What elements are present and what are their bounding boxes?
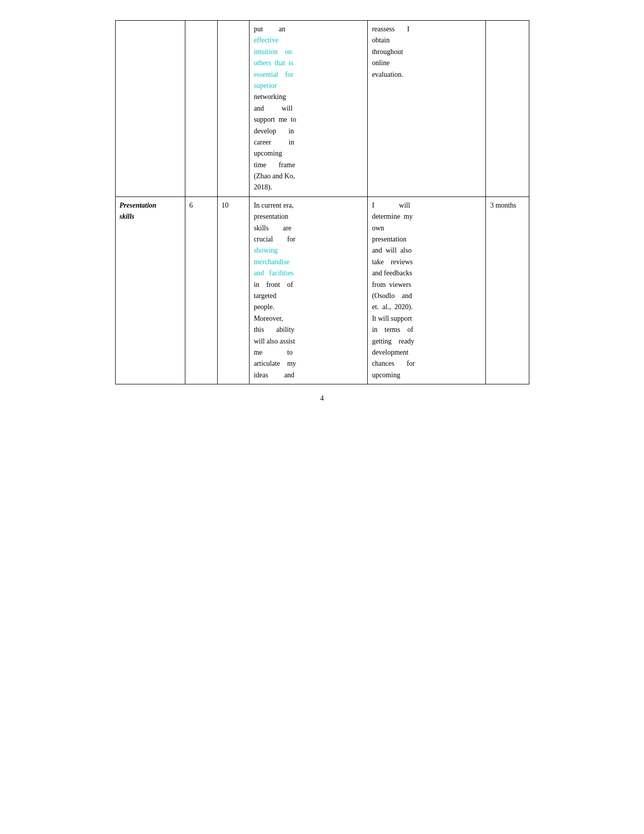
text-line-intuition: intuition on bbox=[254, 46, 363, 58]
text-line-zhao: (Zhao and Ko, bbox=[254, 171, 363, 182]
text-line-presentation: presentation bbox=[254, 211, 363, 222]
text-line-own: own bbox=[372, 223, 481, 234]
cell-col1-presentation: Presentationskills bbox=[115, 197, 185, 384]
text-line-chances: chances for bbox=[372, 358, 481, 369]
text-line-upcoming: upcoming bbox=[254, 148, 363, 159]
cell-text-block: put an effective intuition on others tha… bbox=[254, 24, 363, 193]
text-line: put an bbox=[254, 24, 363, 35]
cell-col1-row1 bbox=[115, 21, 185, 197]
text-line-and-facilities: and facilities bbox=[254, 268, 363, 279]
text-line-obtain: obtain bbox=[372, 35, 481, 46]
cell-col6-presentation: 3 months bbox=[486, 197, 529, 384]
text-line-develop: develop in bbox=[254, 126, 363, 137]
text-line-essential: essential for bbox=[254, 69, 363, 80]
text-line-this-ability: this ability bbox=[254, 324, 363, 335]
duration-3months: 3 months bbox=[490, 202, 516, 209]
text-line-online: online bbox=[372, 58, 481, 69]
presentation-label: Presentationskills bbox=[120, 202, 157, 220]
text-line-take-reviews: take reviews bbox=[372, 257, 481, 268]
text-line-development: development bbox=[372, 347, 481, 358]
text-line-people: people. bbox=[254, 302, 363, 313]
text-line-current-era: In current era, bbox=[254, 200, 363, 211]
table-row: put an effective intuition on others tha… bbox=[115, 21, 529, 197]
text-line-showing: showing bbox=[254, 245, 363, 256]
text-line-support: support me to bbox=[254, 114, 363, 125]
text-line-it-will: It will support bbox=[372, 313, 481, 324]
text-line-2018: 2018). bbox=[254, 182, 363, 193]
text-line-moreover: Moreover, bbox=[254, 313, 363, 324]
text-line-evaluation: evaluation. bbox=[372, 69, 481, 80]
text-line-and-will-also: and will also bbox=[372, 245, 481, 256]
score-6: 6 bbox=[189, 202, 193, 209]
text-line-me-to: me to bbox=[254, 347, 363, 358]
cell-text-block: I will determine my own presentation and… bbox=[372, 200, 481, 381]
text-line-in-terms: in terms of bbox=[372, 324, 481, 335]
text-line-osodlo: (Osodlo and bbox=[372, 290, 481, 302]
text-line-merchandise: merchandise bbox=[254, 257, 363, 268]
text-line-career: career in bbox=[254, 137, 363, 148]
text-line-crucial: crucial for bbox=[254, 234, 363, 245]
text-line-will-assist: will also assist bbox=[254, 336, 363, 347]
text-line-ideas-and: ideas and bbox=[254, 370, 363, 381]
cell-text-block: In current era, presentation skills are … bbox=[254, 200, 363, 381]
page-container: put an effective intuition on others tha… bbox=[105, 20, 539, 403]
text-line-effective: effective bbox=[254, 35, 363, 46]
score-10: 10 bbox=[222, 202, 229, 209]
main-table: put an effective intuition on others tha… bbox=[115, 20, 529, 384]
table-row-presentation: Presentationskills 6 10 In current era, … bbox=[115, 197, 529, 384]
cell-text-block: reassess I obtain throughout online eval… bbox=[372, 24, 481, 80]
cell-col5-row1: reassess I obtain throughout online eval… bbox=[368, 21, 486, 197]
text-line-skills-are: skills are bbox=[254, 223, 363, 234]
cell-col4-presentation: In current era, presentation skills are … bbox=[250, 197, 368, 384]
cell-col6-row1 bbox=[486, 21, 529, 197]
text-line-superior: superior bbox=[254, 80, 363, 91]
text-line-and-feedbacks: and feedbacks bbox=[372, 268, 481, 279]
cell-col3-row1 bbox=[217, 21, 250, 197]
text-line-getting-ready: getting ready bbox=[372, 336, 481, 347]
text-line-throughout: throughout bbox=[372, 46, 481, 58]
text-line-pres-2: presentation bbox=[372, 234, 481, 245]
text-line-others: others that is bbox=[254, 58, 363, 69]
cell-col3-presentation: 10 bbox=[217, 197, 250, 384]
text-line-articulate: articulate my bbox=[254, 358, 363, 369]
page-number: 4 bbox=[115, 395, 529, 403]
text-line-and-will: and will bbox=[254, 103, 363, 114]
text-line-reassess: reassess I bbox=[372, 24, 481, 35]
text-line-i-will: I will bbox=[372, 200, 481, 211]
cell-col4-row1: put an effective intuition on others tha… bbox=[250, 21, 368, 197]
text-line-determine: determine my bbox=[372, 211, 481, 222]
text-line-upcoming2: upcoming bbox=[372, 370, 481, 381]
text-line-front-of: in front of bbox=[254, 279, 363, 290]
cell-col2-row1 bbox=[185, 21, 217, 197]
text-line-networking: networking bbox=[254, 91, 363, 103]
text-line-time: time frame bbox=[254, 160, 363, 171]
text-line-targeted: targeted bbox=[254, 290, 363, 302]
cell-col2-presentation: 6 bbox=[185, 197, 217, 384]
cell-col5-presentation: I will determine my own presentation and… bbox=[368, 197, 486, 384]
text-line-from-viewers: from viewers bbox=[372, 279, 481, 290]
text-line-et-al: et. al., 2020). bbox=[372, 302, 481, 313]
